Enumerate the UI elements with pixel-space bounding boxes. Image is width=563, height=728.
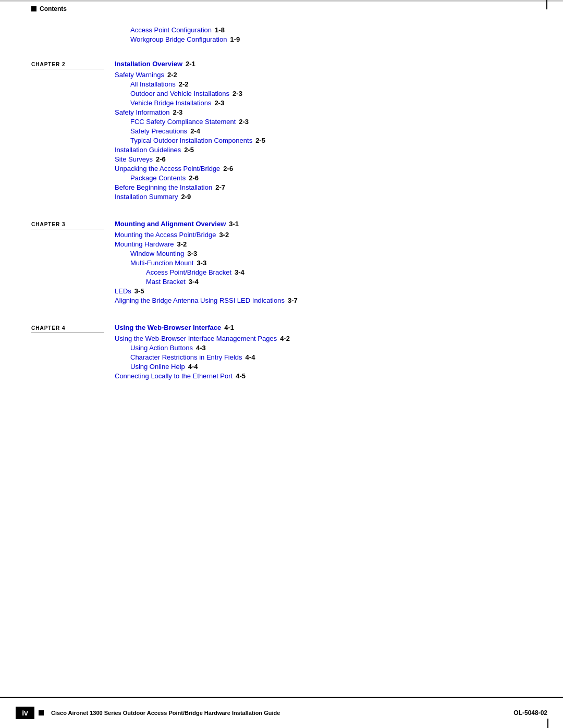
toc-entry-page: 2-7 [215,183,225,191]
toc-entry-page: 2-2 [179,80,189,88]
footer-square-icon [39,710,44,715]
toc-entry: Mounting Hardware3-2 [115,240,532,248]
toc-entry-page: 2-3 [214,99,224,107]
toc-link[interactable]: Access Point Configuration [130,26,212,34]
toc-entry: Access Point/Bridge Bracket3-4 [115,268,532,276]
toc-entry-link[interactable]: Typical Outdoor Installation Components [130,137,252,144]
toc-link[interactable]: Workgroup Bridge Configuration [130,35,227,43]
toc-entry-page: 2-9 [181,193,191,201]
toc-entry: Character Restrictions in Entry Fields4-… [115,353,532,361]
toc-content: Access Point Configuration1-8Workgroup B… [31,26,532,686]
toc-entry-link[interactable]: All Installations [130,80,176,88]
header-square-icon [31,6,36,11]
toc-entry: LEDs3-5 [115,287,532,295]
toc-entry: Using Action Buttons4-3 [115,344,532,352]
chapter-label-col: Chapter 2 [31,59,115,202]
chapter-title-page: 2-1 [186,60,195,68]
toc-entry-link[interactable]: Safety Information [115,108,170,116]
footer-doc-number: OL-5048-02 [513,709,547,717]
toc-entry-link[interactable]: Package Contents [130,174,186,182]
toc-entry: Connecting Locally to the Ethernet Port4… [115,372,532,380]
toc-entry: Vehicle Bridge Installations2-3 [115,99,532,107]
toc-entry: Using the Web-Browser Interface Manageme… [115,335,532,342]
footer-doc-title: Cisco Aironet 1300 Series Outdoor Access… [51,710,280,716]
toc-entry: Unpacking the Access Point/Bridge2-6 [115,165,532,172]
toc-entry-link[interactable]: Connecting Locally to the Ethernet Port [115,372,232,380]
toc-entry: Multi-Function Mount3-3 [115,259,532,267]
toc-entry: Mounting the Access Point/Bridge3-2 [115,231,532,239]
toc-entry-link[interactable]: Before Beginning the Installation [115,183,212,191]
toc-entry-page: 2-4 [190,127,200,135]
toc-entry: Safety Information2-3 [115,108,532,116]
toc-entry-page: 2-5 [184,146,194,154]
footer-right-border [547,719,548,728]
toc-entry: Typical Outdoor Installation Components2… [115,137,532,144]
toc-entry-link[interactable]: Unpacking the Access Point/Bridge [115,165,220,172]
toc-entry-page: 4-4 [246,353,255,361]
footer-left: iv Cisco Aironet 1300 Series Outdoor Acc… [16,707,280,719]
toc-entry-page: 3-2 [177,240,187,248]
toc-entry-page: 3-3 [197,259,206,267]
toc-entry: Mast Bracket3-4 [115,278,532,286]
chapter-label-col: Chapter 3 [31,219,115,306]
chapter-title-page: 4-1 [224,324,234,331]
toc-entry-link[interactable]: Installation Guidelines [115,146,181,154]
toc-entry-link[interactable]: Using Online Help [130,363,185,371]
pre-chapter-entries: Access Point Configuration1-8Workgroup B… [31,26,532,43]
toc-entry-page: 4-2 [280,335,290,342]
toc-entry-link[interactable]: Access Point/Bridge Bracket [146,268,231,276]
chapter-content: Mounting and Alignment Overview3-1Mounti… [115,219,532,306]
toc-entry-link[interactable]: Mounting the Access Point/Bridge [115,231,216,239]
toc-entry-link[interactable]: Safety Precautions [130,127,187,135]
toc-entry-page: 2-3 [173,108,183,116]
toc-entry-link[interactable]: FCC Safety Compliance Statement [130,118,236,126]
toc-entry-page: 4-5 [236,372,246,380]
toc-entry-page: 2-3 [232,90,242,97]
chapters-container: Chapter 2Installation Overview2-1Safety … [31,59,532,381]
toc-entry-link[interactable]: Mast Bracket [146,278,186,286]
pre-toc-entry: Workgroup Bridge Configuration1-9 [115,35,532,43]
toc-entry: Site Surveys2-6 [115,155,532,163]
footer-page-number: iv [16,707,34,719]
chapter-content: Using the Web-Browser Interface4-1Using … [115,323,532,381]
toc-entry-link[interactable]: Site Surveys [115,155,153,163]
toc-entry-page: 2-3 [239,118,249,126]
chapter-label: Chapter 3 [31,221,104,229]
toc-entry-page: 2-6 [189,174,199,182]
chapter-title-link[interactable]: Mounting and Alignment Overview [115,220,226,228]
toc-entry-page: 2-6 [156,155,166,163]
page-number: 1-9 [230,35,240,43]
toc-entry-page: 3-4 [189,278,199,286]
toc-entry-page: 3-3 [187,250,197,257]
toc-entry-link[interactable]: Outdoor and Vehicle Installations [130,90,229,97]
toc-entry-link[interactable]: Safety Warnings [115,71,164,79]
toc-entry: Installation Summary2-9 [115,193,532,201]
toc-entry-link[interactable]: Mounting Hardware [115,240,174,248]
header-label: Contents [40,5,67,13]
toc-entry-page: 4-4 [188,363,198,371]
chapter-title-link[interactable]: Using the Web-Browser Interface [115,324,221,331]
toc-entry: Installation Guidelines2-5 [115,146,532,154]
toc-entry: All Installations2-2 [115,80,532,88]
toc-entry-page: 3-2 [219,231,229,239]
toc-entry-page: 2-5 [255,137,265,144]
toc-entry-link[interactable]: Vehicle Bridge Installations [130,99,211,107]
toc-entry: Package Contents2-6 [115,174,532,182]
footer: iv Cisco Aironet 1300 Series Outdoor Acc… [0,697,563,728]
toc-entry-link[interactable]: Multi-Function Mount [130,259,193,267]
chapter-label: Chapter 2 [31,61,104,69]
toc-entry-link[interactable]: Using the Web-Browser Interface Manageme… [115,335,277,342]
toc-entry-link[interactable]: Installation Summary [115,193,178,201]
toc-entry-link[interactable]: Using Action Buttons [130,344,193,352]
toc-entry-link[interactable]: LEDs [115,287,131,295]
toc-entry-link[interactable]: Window Mounting [130,250,184,257]
chapter-title-link[interactable]: Installation Overview [115,60,182,68]
toc-entry: Using Online Help4-4 [115,363,532,371]
chapter-block: Chapter 4Using the Web-Browser Interface… [31,323,532,381]
toc-entry-link[interactable]: Character Restrictions in Entry Fields [130,353,242,361]
chapter-block: Chapter 3Mounting and Alignment Overview… [31,219,532,306]
toc-entry-page: 3-4 [235,268,244,276]
toc-entry-page: 4-3 [196,344,206,352]
toc-entry-link[interactable]: Aligning the Bridge Antenna Using RSSI L… [115,297,285,304]
toc-entry: FCC Safety Compliance Statement2-3 [115,118,532,126]
